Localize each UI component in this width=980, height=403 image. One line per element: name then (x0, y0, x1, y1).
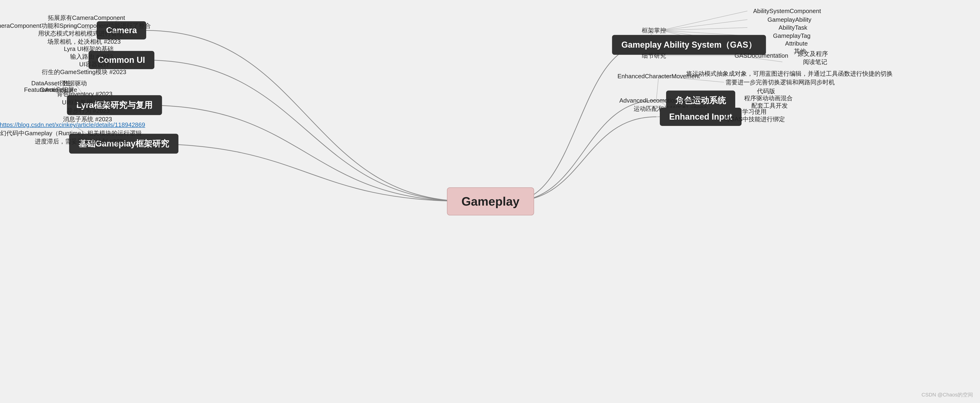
center-label: Gameplay (447, 187, 534, 215)
center-node: Gameplay (447, 187, 534, 215)
svg-line-23 (661, 27, 748, 30)
svg-line-22 (661, 20, 748, 30)
leaf-gas-3: AbilityTask (779, 24, 807, 31)
leaf-gas-2: GameplayAbility (767, 16, 811, 23)
leaf-commonui-2: 输入路由 #2023 (70, 53, 113, 61)
leaf-basic-3: 进度滞后，需妥善安排计划 #2023 (35, 137, 126, 145)
gas-sub-2: 细节研究 (642, 52, 666, 60)
leaf-gas-1: AbilitySystemComponent (753, 8, 821, 15)
watermark: CSDN @Chaos的空间 (922, 391, 973, 398)
leaf-camera-3: 用状态模式对相机模式进行管理 (38, 29, 123, 38)
leaf-movement-2: 需要进一步完善切换逻辑和网路同步时机 (725, 78, 835, 86)
leaf-ei-1: 学习使用 (742, 108, 767, 116)
leaf-basic-1: https://blog.csdn.net/xcinkey/article/de… (0, 121, 145, 129)
gas-sub-1: 框架掌控 (642, 26, 666, 35)
leaf-gas-4: GameplayTag (773, 32, 810, 40)
leaf-commonui-3: UI容器设计 (79, 60, 110, 68)
leaf-gas-5: Attribute (785, 40, 808, 47)
movement-sub-2: AdvancedLocomotionSystem (619, 97, 698, 104)
leaf-ei-2: 与GAS中技能进行绑定 (724, 115, 785, 123)
svg-line-21 (661, 11, 748, 30)
leaf-lyra-7: 异步行为 #2023 (67, 107, 110, 115)
leaf-basic-2: 梳理虚幻代码中Gameplay（Runtime）相关模块的运行逻辑 (0, 129, 142, 137)
leaf-camera-1: 拓展原有CameraComponent (48, 14, 125, 22)
leaf-lyra-5: 背包Inventory #2023 (57, 90, 112, 98)
leaf-commonui-1: Lyra UI框架的基础 (64, 45, 114, 53)
leaf-camera-2: 将CameraComponent功能和SpringComponent功能进行了整… (0, 22, 151, 30)
leaf-movement-1: 将运动模式抽象成对象，可用蓝图进行编辑，并通过工具函数进行快捷的切换 (686, 70, 892, 78)
leaf-movement-4: 程序驱动动画混合 (744, 94, 793, 102)
leaf-camera-4: 场景相机，处决相机 #2023 (48, 38, 121, 46)
leaf-gas-9: 阅读笔记 (803, 58, 827, 66)
leaf-lyra-6: UI框架复用 #2023 (62, 98, 111, 107)
leaf-gas-7: GASDocumentation (735, 52, 788, 59)
leaf-commonui-4: 衍生的GameSetting模块 #2023 (42, 68, 126, 76)
leaf-gas-8: 原文及程序 (798, 50, 828, 58)
